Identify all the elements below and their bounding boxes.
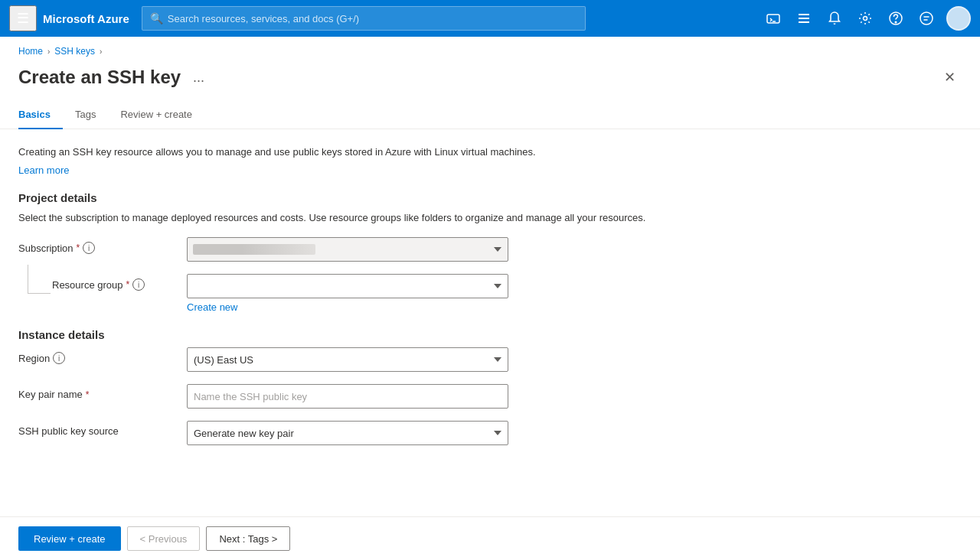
subscription-group: Subscription * i xyxy=(18,237,554,262)
ssh-key-source-label-col: SSH public key source xyxy=(18,421,187,437)
next-button[interactable]: Next : Tags > xyxy=(206,526,290,551)
breadcrumb-home[interactable]: Home xyxy=(18,46,43,57)
tree-connector-line xyxy=(28,265,51,294)
bell-icon xyxy=(828,11,841,25)
region-label: Region xyxy=(18,353,50,364)
azure-logo: Microsoft Azure xyxy=(43,12,129,25)
subscription-label: Subscription xyxy=(18,243,74,254)
subscription-label-col: Subscription * i xyxy=(18,237,187,254)
description-text: Creating an SSH key resource allows you … xyxy=(18,145,962,160)
svg-point-8 xyxy=(920,12,933,24)
portal-settings-button[interactable] xyxy=(790,5,818,32)
key-pair-name-group: Key pair name * xyxy=(18,384,554,409)
svg-point-7 xyxy=(895,21,897,23)
ssh-key-source-group: SSH public key source Generate new key p… xyxy=(18,421,554,445)
review-create-button[interactable]: Review + create xyxy=(18,526,121,551)
page-title: Create an SSH key xyxy=(18,67,181,88)
subscription-control xyxy=(187,237,508,262)
subscription-info-icon[interactable]: i xyxy=(83,242,95,254)
svg-rect-2 xyxy=(799,14,809,15)
tab-tags[interactable]: Tags xyxy=(63,101,108,129)
topnav: ☰ Microsoft Azure 🔍 xyxy=(0,0,980,37)
key-pair-name-label: Key pair name xyxy=(18,389,83,400)
subscription-required: * xyxy=(77,243,80,253)
main-wrapper: Home › SSH keys › Create an SSH key ... … xyxy=(0,37,980,560)
search-icon: 🔍 xyxy=(150,12,163,24)
help-button[interactable] xyxy=(882,5,910,32)
hamburger-icon: ☰ xyxy=(17,11,29,26)
content-area: Creating an SSH key resource allows you … xyxy=(0,129,980,516)
search-bar: 🔍 xyxy=(142,6,586,31)
cloud-shell-button[interactable] xyxy=(760,5,787,32)
subscription-select[interactable] xyxy=(187,237,508,262)
resource-group-label-col: Resource group * i xyxy=(18,274,187,313)
breadcrumb: Home › SSH keys › xyxy=(0,37,980,63)
breadcrumb-sep-1: › xyxy=(47,47,50,56)
svg-rect-3 xyxy=(799,18,809,19)
region-group: Region i (US) East US xyxy=(18,347,554,372)
resource-group-select[interactable] xyxy=(187,274,508,298)
cloud-shell-icon xyxy=(766,11,780,25)
tab-basics[interactable]: Basics xyxy=(18,101,63,129)
key-pair-name-required: * xyxy=(86,389,90,400)
ssh-key-source-select[interactable]: Generate new key pair Use existing key s… xyxy=(187,421,508,445)
key-pair-name-input[interactable] xyxy=(187,384,508,409)
svg-rect-4 xyxy=(799,21,809,23)
resource-group-control: Create new xyxy=(187,274,508,313)
breadcrumb-ssh-keys[interactable]: SSH keys xyxy=(54,46,95,57)
settings-button[interactable] xyxy=(851,5,879,32)
tab-review-create[interactable]: Review + create xyxy=(108,101,204,129)
region-info-icon[interactable]: i xyxy=(53,352,65,364)
page-menu-button[interactable]: ... xyxy=(188,68,209,87)
close-button[interactable]: ✕ xyxy=(938,66,962,89)
ssh-key-source-control: Generate new key pair Use existing key s… xyxy=(187,421,508,445)
region-select[interactable]: (US) East US xyxy=(187,347,508,372)
search-input[interactable] xyxy=(168,13,577,24)
profile-area[interactable] xyxy=(943,6,971,31)
svg-point-5 xyxy=(864,17,867,21)
ssh-key-source-label: SSH public key source xyxy=(18,425,119,437)
footer: Review + create < Previous Next : Tags > xyxy=(0,516,980,560)
region-control: (US) East US xyxy=(187,347,508,372)
region-label-col: Region i xyxy=(18,347,187,364)
resource-group-info-icon[interactable]: i xyxy=(132,278,145,291)
gear-icon xyxy=(858,11,872,25)
create-new-link[interactable]: Create new xyxy=(187,301,508,313)
portal-settings-icon xyxy=(797,11,811,25)
subscription-select-wrapper xyxy=(187,237,508,262)
hamburger-button[interactable]: ☰ xyxy=(9,5,37,31)
learn-more-link[interactable]: Learn more xyxy=(18,164,69,176)
avatar[interactable] xyxy=(946,6,971,31)
key-pair-name-label-col: Key pair name * xyxy=(18,384,187,400)
project-details-title: Project details xyxy=(18,191,962,204)
resource-group-label: Resource group xyxy=(52,279,123,291)
notifications-button[interactable] xyxy=(821,5,848,32)
topnav-icons xyxy=(760,5,971,32)
feedback-icon xyxy=(920,11,933,25)
resource-group-group: Resource group * i Create new xyxy=(18,274,554,313)
instance-details-title: Instance details xyxy=(18,328,962,341)
project-details-desc: Select the subscription to manage deploy… xyxy=(18,210,962,226)
resource-group-required: * xyxy=(126,279,130,290)
tabs: Basics Tags Review + create xyxy=(0,101,980,129)
breadcrumb-sep-2: › xyxy=(100,47,102,56)
previous-button[interactable]: < Previous xyxy=(127,526,201,551)
page-header: Create an SSH key ... ✕ xyxy=(0,63,980,101)
help-icon xyxy=(889,11,903,25)
key-pair-name-control xyxy=(187,384,508,409)
feedback-button[interactable] xyxy=(913,5,940,32)
